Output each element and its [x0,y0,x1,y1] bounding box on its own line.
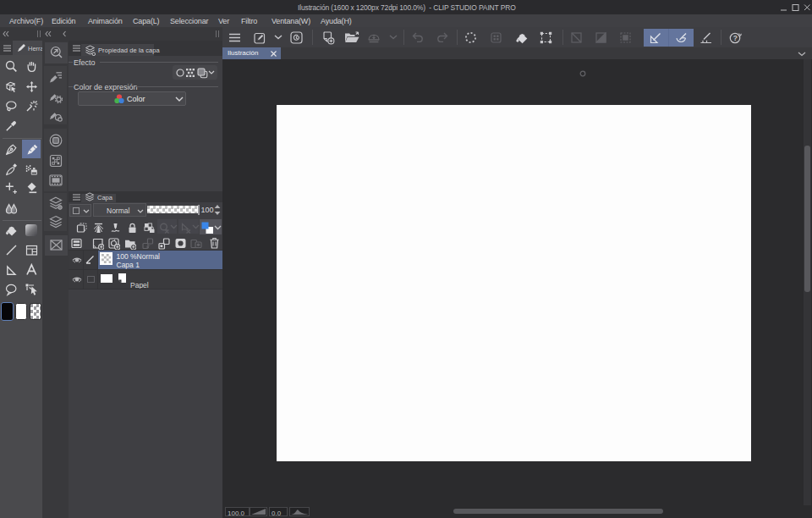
svg-text:?: ? [733,34,738,42]
